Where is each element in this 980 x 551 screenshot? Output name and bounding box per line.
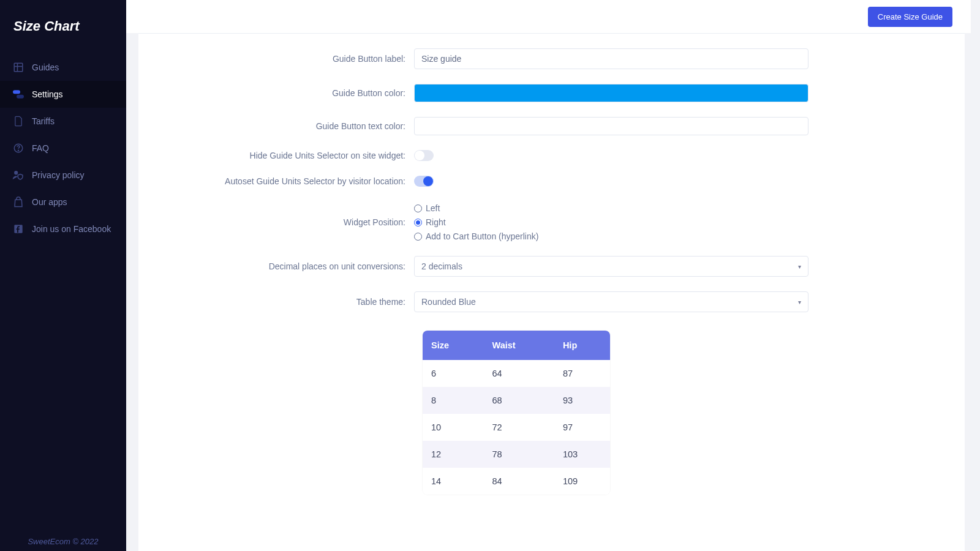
help-icon bbox=[12, 142, 24, 154]
sidebar-item-label: Privacy policy bbox=[32, 170, 85, 180]
table-cell: 103 bbox=[554, 441, 610, 468]
svg-rect-1 bbox=[13, 90, 20, 94]
table-header-hip: Hip bbox=[554, 331, 610, 360]
app-logo: Size Chart bbox=[0, 0, 126, 48]
sidebar-item-label: FAQ bbox=[32, 143, 49, 153]
widget-position-right[interactable]: Right bbox=[414, 217, 809, 227]
svg-rect-0 bbox=[14, 63, 23, 72]
radio-icon bbox=[414, 219, 422, 227]
radio-label: Right bbox=[426, 217, 446, 227]
create-size-guide-button[interactable]: Create Size Guide bbox=[868, 7, 952, 27]
table-cell: 93 bbox=[554, 387, 610, 414]
hide-units-toggle[interactable] bbox=[414, 150, 434, 161]
table-row: 10 72 97 bbox=[423, 414, 610, 441]
svg-point-5 bbox=[14, 171, 18, 174]
table-theme-select[interactable]: Rounded Blue bbox=[414, 291, 809, 312]
table-row: 12 78 103 bbox=[423, 441, 610, 468]
size-guide-preview-table: Size Waist Hip 6 64 87 8 68 93 10 bbox=[423, 331, 610, 495]
sidebar-item-label: Our apps bbox=[32, 197, 67, 207]
guide-button-label-input[interactable] bbox=[414, 48, 809, 69]
table-cell: 72 bbox=[483, 414, 554, 441]
decimal-places-label: Decimal places on unit conversions: bbox=[138, 261, 414, 271]
sidebar-footer: SweetEcom © 2022 bbox=[0, 532, 126, 551]
sidebar-item-ourapps[interactable]: Our apps bbox=[0, 189, 126, 216]
table-cell: 10 bbox=[423, 414, 483, 441]
sidebar-item-label: Settings bbox=[32, 89, 63, 99]
table-cell: 8 bbox=[423, 387, 483, 414]
table-cell: 14 bbox=[423, 468, 483, 495]
widget-position-cart[interactable]: Add to Cart Button (hyperlink) bbox=[414, 231, 809, 241]
guide-button-text-color-label: Guide Button text color: bbox=[138, 121, 414, 131]
radio-icon bbox=[414, 233, 422, 241]
sidebar-item-facebook[interactable]: Join us on Facebook bbox=[0, 216, 126, 242]
facebook-icon bbox=[12, 223, 24, 235]
autoset-units-toggle[interactable] bbox=[414, 176, 434, 187]
table-header-waist: Waist bbox=[483, 331, 554, 360]
sidebar-nav: Guides Settings Tariffs FAQ Privacy poli bbox=[0, 54, 126, 242]
widget-position-left[interactable]: Left bbox=[414, 203, 809, 213]
sidebar-item-guides[interactable]: Guides bbox=[0, 54, 126, 81]
decimal-places-select[interactable]: 2 decimals bbox=[414, 256, 809, 277]
guide-button-color-input[interactable] bbox=[414, 84, 809, 102]
radio-label: Add to Cart Button (hyperlink) bbox=[426, 231, 538, 241]
widget-position-label: Widget Position: bbox=[138, 206, 414, 227]
radio-label: Left bbox=[426, 203, 440, 213]
table-row: 14 84 109 bbox=[423, 468, 610, 495]
sidebar-item-label: Join us on Facebook bbox=[32, 224, 111, 234]
table-header-row: Size Waist Hip bbox=[423, 331, 610, 360]
table-cell: 68 bbox=[483, 387, 554, 414]
sidebar-item-tariffs[interactable]: Tariffs bbox=[0, 108, 126, 135]
table-cell: 97 bbox=[554, 414, 610, 441]
sidebar-item-faq[interactable]: FAQ bbox=[0, 135, 126, 162]
table-cell: 109 bbox=[554, 468, 610, 495]
table-header-size: Size bbox=[423, 331, 483, 360]
table-cell: 78 bbox=[483, 441, 554, 468]
widget-position-radiogroup: Left Right Add to Cart Button (hyperlink… bbox=[414, 203, 809, 241]
settings-panel: Guide Button label: Guide Button color: … bbox=[138, 33, 965, 551]
user-shield-icon bbox=[12, 169, 24, 181]
svg-rect-2 bbox=[17, 95, 24, 99]
sidebar-item-settings[interactable]: Settings bbox=[0, 81, 126, 108]
svg-point-4 bbox=[18, 150, 18, 151]
table-row: 6 64 87 bbox=[423, 360, 610, 387]
guide-button-text-color-input[interactable] bbox=[414, 117, 809, 135]
sidebar-item-label: Tariffs bbox=[32, 116, 55, 126]
file-icon bbox=[12, 115, 24, 127]
table-cell: 87 bbox=[554, 360, 610, 387]
guide-button-label-label: Guide Button label: bbox=[138, 54, 414, 64]
autoset-units-label: Autoset Guide Units Selector by visitor … bbox=[138, 176, 414, 186]
table-row: 8 68 93 bbox=[423, 387, 610, 414]
bag-icon bbox=[12, 196, 24, 208]
grid-icon bbox=[12, 61, 24, 73]
table-cell: 6 bbox=[423, 360, 483, 387]
topbar: Create Size Guide bbox=[126, 0, 971, 33]
table-cell: 64 bbox=[483, 360, 554, 387]
hide-units-label: Hide Guide Units Selector on site widget… bbox=[138, 151, 414, 160]
sidebar-item-label: Guides bbox=[32, 62, 59, 72]
table-theme-label: Table theme: bbox=[138, 297, 414, 307]
sidebar-item-privacy[interactable]: Privacy policy bbox=[0, 162, 126, 189]
sidebar: Size Chart Guides Settings Tariffs FAQ bbox=[0, 0, 126, 551]
guide-button-color-label: Guide Button color: bbox=[138, 88, 414, 98]
table-cell: 12 bbox=[423, 441, 483, 468]
radio-icon bbox=[414, 204, 422, 212]
table-cell: 84 bbox=[483, 468, 554, 495]
toggle-icon bbox=[12, 88, 24, 100]
